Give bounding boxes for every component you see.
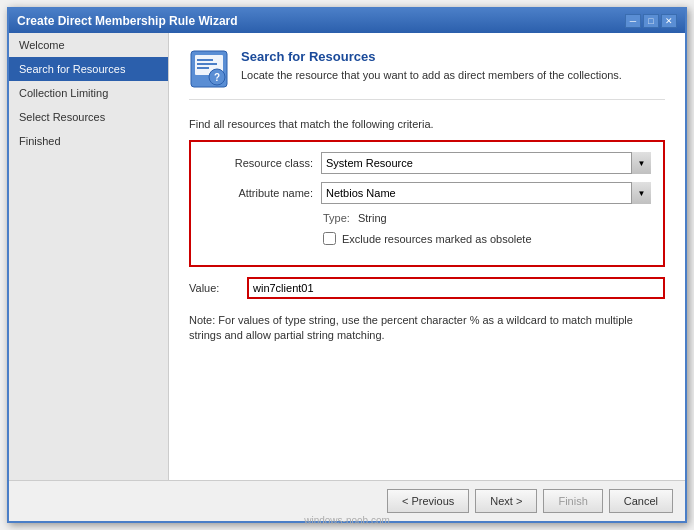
dialog-window: Create Direct Membership Rule Wizard ─ □… — [7, 7, 687, 523]
attribute-name-select[interactable]: Netbios Name Name IP Address — [321, 182, 651, 204]
value-input[interactable] — [247, 277, 665, 299]
finish-button[interactable]: Finish — [543, 489, 602, 513]
title-bar-buttons: ─ □ ✕ — [625, 14, 677, 28]
attribute-name-row: Attribute name: Netbios Name Name IP Add… — [203, 182, 651, 204]
sidebar-item-select[interactable]: Select Resources — [9, 105, 168, 129]
resource-class-label: Resource class: — [203, 157, 313, 169]
sidebar-item-welcome[interactable]: Welcome — [9, 33, 168, 57]
resource-class-row: Resource class: System Resource User Res… — [203, 152, 651, 174]
wizard-icon: ? — [189, 49, 229, 89]
attribute-name-select-wrapper: Netbios Name Name IP Address ▼ — [321, 182, 651, 204]
title-bar: Create Direct Membership Rule Wizard ─ □… — [9, 9, 685, 33]
exclude-label[interactable]: Exclude resources marked as obsolete — [342, 233, 532, 245]
header-title: Search for Resources — [241, 49, 622, 64]
criteria-section-label: Find all resources that match the follow… — [189, 118, 665, 130]
exclude-checkbox-row: Exclude resources marked as obsolete — [203, 232, 651, 245]
criteria-box: Resource class: System Resource User Res… — [189, 140, 665, 267]
svg-text:?: ? — [214, 72, 220, 83]
dialog-body: Welcome Search for Resources Collection … — [9, 33, 685, 480]
resource-class-select[interactable]: System Resource User Resource — [321, 152, 651, 174]
svg-rect-2 — [197, 59, 213, 61]
header-text: Search for Resources Locate the resource… — [241, 49, 622, 83]
main-content: ? Search for Resources Locate the resour… — [169, 33, 685, 480]
type-label: Type: — [323, 212, 350, 224]
footer: < Previous Next > Finish Cancel — [9, 480, 685, 521]
type-row: Type: String — [203, 212, 651, 224]
type-value: String — [358, 212, 387, 224]
sidebar: Welcome Search for Resources Collection … — [9, 33, 169, 480]
close-button[interactable]: ✕ — [661, 14, 677, 28]
sidebar-item-search[interactable]: Search for Resources — [9, 57, 168, 81]
attribute-name-label: Attribute name: — [203, 187, 313, 199]
exclude-checkbox[interactable] — [323, 232, 336, 245]
resource-class-select-wrapper: System Resource User Resource ▼ — [321, 152, 651, 174]
sidebar-item-finished[interactable]: Finished — [9, 129, 168, 153]
svg-rect-3 — [197, 63, 217, 65]
value-row: Value: — [189, 277, 665, 299]
header-description: Locate the resource that you want to add… — [241, 68, 622, 83]
svg-rect-4 — [197, 67, 209, 69]
maximize-button[interactable]: □ — [643, 14, 659, 28]
minimize-button[interactable]: ─ — [625, 14, 641, 28]
next-button[interactable]: Next > — [475, 489, 537, 513]
value-label: Value: — [189, 282, 239, 294]
note-text: Note: For values of type string, use the… — [189, 313, 665, 344]
sidebar-item-collection[interactable]: Collection Limiting — [9, 81, 168, 105]
dialog-title: Create Direct Membership Rule Wizard — [17, 14, 238, 28]
previous-button[interactable]: < Previous — [387, 489, 469, 513]
cancel-button[interactable]: Cancel — [609, 489, 673, 513]
header-section: ? Search for Resources Locate the resour… — [189, 49, 665, 100]
